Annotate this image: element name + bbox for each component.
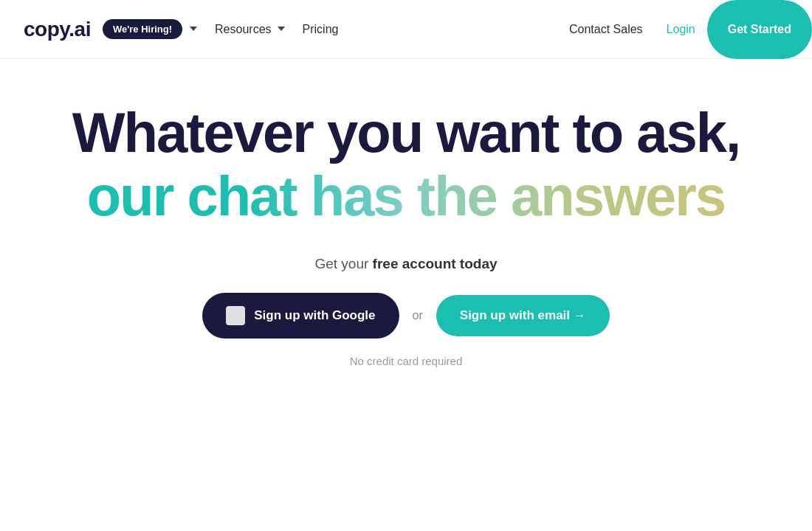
pricing-label: Pricing: [303, 23, 339, 36]
google-icon: [226, 306, 245, 325]
hero-subtext-bold: free account today: [373, 256, 498, 271]
hero-subtext: Get your free account today: [314, 256, 497, 272]
nav-item-pricing[interactable]: Pricing: [294, 17, 348, 42]
navbar: copy.ai We're Hiring! Resources Pricing …: [0, 0, 812, 59]
or-separator: or: [413, 309, 423, 322]
nav-item-contact-sales[interactable]: Contact Sales: [557, 17, 655, 42]
nav-item-resources[interactable]: Resources: [206, 17, 293, 42]
no-credit-card-text: No credit card required: [350, 355, 463, 367]
resources-chevron-icon: [278, 27, 285, 31]
logo[interactable]: copy.ai: [24, 18, 91, 41]
email-signup-button[interactable]: Sign up with email →: [436, 295, 610, 336]
hiring-chevron-icon: [190, 27, 197, 31]
hero-section: Whatever you want to ask, our chat has t…: [0, 59, 812, 397]
cta-row: Sign up with Google or Sign up with emai…: [202, 293, 610, 339]
hiring-badge[interactable]: We're Hiring!: [103, 19, 182, 39]
hero-headline-line2: our chat has the answers: [87, 165, 725, 227]
login-button[interactable]: Login: [655, 17, 707, 42]
resources-label: Resources: [215, 23, 271, 36]
get-started-button[interactable]: Get Started: [707, 0, 812, 59]
google-signup-button[interactable]: Sign up with Google: [202, 293, 399, 339]
hero-headline-line1: Whatever you want to ask,: [72, 103, 740, 162]
